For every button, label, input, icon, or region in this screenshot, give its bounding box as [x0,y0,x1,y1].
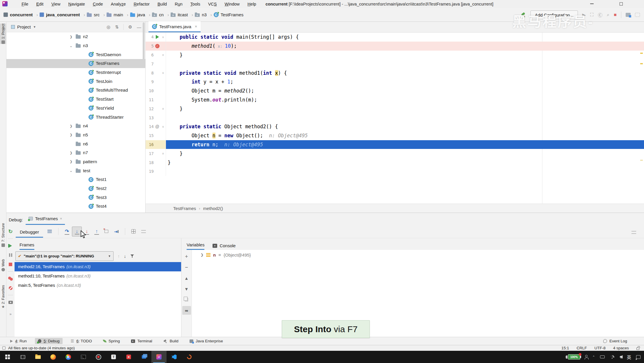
tree-item-n4[interactable]: ❯n4 [6,122,145,131]
gutter[interactable]: 12∧ [146,104,166,113]
resume-button[interactable] [7,242,14,249]
crumb-itcast[interactable]: itcast [171,12,193,17]
gutter[interactable]: 7 [146,59,166,68]
lock-icon[interactable] [636,348,639,350]
code-line-7[interactable]: 7 [146,59,644,68]
drop-frame-button[interactable] [102,227,112,236]
hide-frames-filter-button[interactable] [130,254,134,258]
hide-panel-icon[interactable]: — [137,25,141,30]
crumb-src[interactable]: src [87,12,105,17]
menu-tools[interactable]: Tools [190,2,200,6]
rerun-button[interactable]: ↻ [7,228,14,235]
debug-icon[interactable]: ⛶ [590,12,593,17]
mute-breakpoints-button[interactable] [7,284,14,291]
sidebar-item-project[interactable]: 1: Project [0,24,6,44]
menu-build[interactable]: Build [158,2,167,6]
project-panel-header[interactable]: Project ▼ ◎ ⇅ ⚙ — [6,22,145,32]
fold-marker-icon[interactable]: ∨ [161,125,165,128]
device-icon[interactable] [600,355,605,358]
tree-item-test2[interactable]: CTest2 [6,184,145,193]
menu-navigate[interactable]: Navigate [68,2,85,6]
maximize-button[interactable] [614,0,628,8]
battery-indicator[interactable]: 100% [566,354,580,360]
tree-item-threadstarter[interactable]: CThreadStarter [6,113,145,122]
tree-item-n6[interactable]: n6 [6,139,145,148]
tree-item-n5[interactable]: ❯n5 [6,131,145,140]
taskbar-intellij-idea[interactable]: IJ [151,351,167,363]
taskbar-file-explorer[interactable] [30,351,45,363]
code-line-4[interactable]: 4∨ public static void main(String[] args… [146,33,644,42]
code-editor[interactable]: ~~~~~~~~~~~~~ ` 4∨ public static void ma… [146,33,644,204]
gutter[interactable]: 14@∨ [146,122,166,131]
crumb-java[interactable]: java [130,12,151,17]
wifi-icon[interactable] [610,355,615,359]
gutter[interactable]: 16 [146,140,166,149]
fold-marker-icon[interactable]: ∧ [161,53,165,56]
layout-settings-button[interactable] [629,227,639,237]
status-4-spaces[interactable]: 4 spaces [613,346,629,350]
gutter[interactable]: 8∨ [146,68,166,77]
tab-debugger[interactable]: Debugger [16,229,43,238]
crumb-testframes[interactable]: CTestFrames [214,12,243,17]
project-scrollbar[interactable] [143,22,145,60]
tree-item-testyield[interactable]: CTestYield [6,104,145,113]
menu-help[interactable]: Help [247,2,256,6]
code-line-16[interactable]: 16 return n; n: Object@495 [146,140,644,149]
stop-button[interactable] [7,261,14,268]
tree-item-n7[interactable]: ❯n7 [6,148,145,157]
run-icon[interactable]: ▶ [582,12,586,18]
fold-marker-icon[interactable]: ∨ [161,35,165,39]
more-actions-button[interactable]: » [7,310,14,317]
pause-button[interactable] [7,252,14,259]
toolwindow-tab-debug[interactable]: 5: Debug [35,338,63,344]
tree-item-testmultithread[interactable]: CTestMultiThread [6,86,145,95]
chevron-down-icon[interactable]: ⌄ [69,44,73,48]
frame-row[interactable]: main:5, TestFrames(cn.itcast.n3) [15,281,181,290]
run-line-icon[interactable] [156,35,159,39]
tree-item-testjoin[interactable]: CTestJoin [6,77,145,86]
person-icon[interactable] [585,355,588,357]
gutter[interactable]: 4∨ [146,33,166,42]
tab-frames[interactable]: Frames [15,238,181,250]
gutter[interactable]: 9 [146,77,166,86]
tree-item-testdaemon[interactable]: CTestDaemon [6,50,145,59]
gutter[interactable]: 13 [146,113,166,122]
watch-infinity-toggle[interactable]: ∞ [182,306,191,315]
taskbar-spiral-app[interactable] [182,351,197,363]
chevron-right-icon[interactable]: ❯ [69,35,73,39]
event-log-button[interactable]: Event Log [603,339,627,343]
minimize-button[interactable] [585,0,599,8]
code-line-18[interactable]: 18} [146,158,644,167]
locate-file-icon[interactable]: ◎ [107,24,110,30]
error-stripe-mark[interactable] [640,160,643,161]
menu-code[interactable]: Code [93,2,103,6]
code-line-19[interactable]: 19 [146,167,644,176]
gear-icon[interactable]: ⚙ [128,24,132,30]
editor-breadcrumb[interactable]: TestFrames › method2() [146,204,644,213]
tree-item-pattern[interactable]: ❯pattern [6,157,145,166]
gutter[interactable]: 19 [146,167,166,176]
close-icon[interactable]: × [195,24,197,29]
close-icon[interactable]: × [60,216,62,221]
gutter[interactable]: 10 [146,86,166,95]
gutter[interactable]: 18 [146,158,166,167]
taskbar-vscode[interactable] [167,351,182,363]
taskbar-vmware[interactable] [136,351,151,363]
build-hammer-icon[interactable] [521,12,526,17]
add-configuration-button[interactable]: Add Configuration... [530,10,578,19]
code-line-12[interactable]: 12∧ } [146,104,644,113]
previous-frame-button[interactable]: ↑ [118,254,120,259]
thread-dropdown[interactable]: ✔ "main"@1 in group "main": RUNNING ▼ [15,251,114,261]
crumb-n3[interactable]: n3 [195,12,212,17]
tree-item-test4[interactable]: CTest4 [6,202,145,211]
debug-session-tab[interactable]: TestFrames × [26,215,65,225]
tab-testframes-java[interactable]: C TestFrames.java × [148,22,201,32]
move-up-button[interactable]: ▲ [182,274,191,282]
menu-run[interactable]: Run [175,2,183,6]
run-to-cursor-button[interactable]: ⇥Ι [112,227,121,236]
add-watch-button[interactable]: + [182,252,191,261]
status-utf-8[interactable]: UTF-8 [595,346,606,350]
breadcrumb-method[interactable]: method2() [203,206,223,211]
variable-row[interactable]: ❯ n = {Object@495} [192,250,644,260]
thread-dump-button[interactable] [7,299,14,306]
